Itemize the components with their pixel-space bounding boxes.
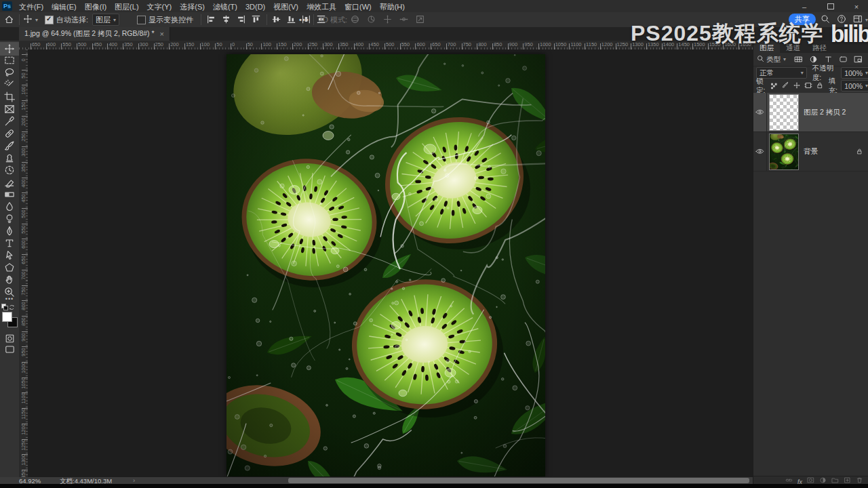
ruler-label-h: 150 bbox=[278, 41, 287, 47]
marquee-tool[interactable] bbox=[0, 54, 19, 66]
lock-position-icon[interactable] bbox=[793, 81, 801, 91]
ruler-tick bbox=[92, 43, 93, 49]
smart-object-filter-icon[interactable] bbox=[852, 55, 863, 64]
ruler-label-h: 250 bbox=[309, 41, 318, 47]
ruler-label-h: 550 bbox=[62, 41, 71, 47]
move-tool[interactable] bbox=[0, 42, 19, 56]
menu-item-4[interactable]: 图层(L) bbox=[111, 1, 142, 13]
ruler-tick bbox=[354, 43, 355, 49]
horizontal-ruler[interactable]: 6506005505004504003503002502001501005005… bbox=[19, 41, 753, 50]
current-tool-icon[interactable]: ▾ bbox=[23, 12, 38, 27]
path-selection-tool[interactable] bbox=[0, 249, 19, 262]
blur-tool[interactable] bbox=[0, 201, 19, 213]
status-expand-arrow[interactable]: › bbox=[133, 476, 135, 484]
align-middle-icon[interactable] bbox=[271, 14, 281, 26]
vertical-ruler[interactable]: 0501001502002503003504004505005506006507… bbox=[19, 49, 28, 479]
menu-item-2[interactable]: 编辑(E) bbox=[47, 1, 81, 13]
ruler-label-v: 1000 bbox=[20, 362, 26, 374]
panel-tab-1[interactable]: 图层 bbox=[753, 41, 780, 54]
menu-item-7[interactable]: 滤镜(T) bbox=[209, 1, 241, 13]
layer-visibility-eye-icon[interactable] bbox=[753, 132, 767, 171]
layer-filter-dropdown[interactable]: 类型 bbox=[766, 55, 781, 64]
help-icon[interactable] bbox=[837, 12, 846, 27]
lock-paint-icon[interactable] bbox=[781, 81, 789, 91]
lock-transparent-icon[interactable] bbox=[770, 81, 778, 91]
shape-filter-icon[interactable] bbox=[837, 55, 848, 64]
layer-thumbnail[interactable] bbox=[770, 134, 798, 169]
layer-visibility-eye-icon[interactable] bbox=[753, 93, 767, 131]
crop-tool[interactable] bbox=[0, 91, 19, 103]
align-bottom-icon[interactable] bbox=[286, 14, 296, 26]
menu-item-1[interactable]: 文件(F) bbox=[15, 1, 47, 13]
align-center-h-icon[interactable] bbox=[221, 14, 231, 26]
checkbox-checked-icon[interactable] bbox=[45, 16, 54, 24]
spot-healing-tool[interactable] bbox=[0, 127, 19, 140]
hand-tool[interactable] bbox=[0, 274, 19, 286]
auto-select-checkbox[interactable]: 自动选择: bbox=[45, 12, 88, 27]
ruler-tick bbox=[569, 43, 570, 49]
more-options-button[interactable]: ••• bbox=[299, 12, 309, 27]
tab-close-icon[interactable]: × bbox=[160, 30, 164, 38]
photoshop-app-icon[interactable]: Ps bbox=[2, 1, 12, 11]
layers-panel: 图层通道路径 类型 ▾ 正常▾ 不透明度: 100%▾ 锁定: 填充: 100%… bbox=[753, 41, 868, 484]
restore-button[interactable] bbox=[819, 1, 842, 12]
frame-tool[interactable] bbox=[0, 103, 19, 115]
type-tool[interactable] bbox=[0, 237, 19, 249]
default-colors-icon[interactable] bbox=[1, 304, 7, 310]
share-button[interactable]: 共享 bbox=[789, 14, 816, 25]
menu-item-5[interactable]: 文字(Y) bbox=[143, 1, 176, 13]
align-left-icon[interactable] bbox=[206, 14, 216, 26]
close-button[interactable]: × bbox=[845, 1, 868, 12]
document-tab[interactable]: 1.jpg @ 64.9% (图层 2 拷贝 2, RGB/8#) * × bbox=[19, 27, 170, 41]
ruler-label-h: 200 bbox=[170, 41, 179, 47]
horizontal-scrollbar[interactable] bbox=[288, 478, 749, 483]
align-top-icon[interactable] bbox=[251, 14, 261, 26]
shape-tool[interactable] bbox=[0, 262, 19, 274]
lock-artboard-icon[interactable] bbox=[804, 81, 812, 91]
align-right-icon[interactable] bbox=[236, 14, 246, 26]
checkbox-unchecked-icon[interactable] bbox=[137, 16, 146, 24]
lasso-tool[interactable] bbox=[0, 66, 19, 79]
canvas-area[interactable] bbox=[28, 49, 753, 479]
gradient-tool[interactable] bbox=[0, 188, 19, 201]
clone-stamp-tool[interactable] bbox=[0, 152, 19, 164]
home-button[interactable] bbox=[4, 12, 14, 27]
history-brush-tool[interactable] bbox=[0, 164, 19, 176]
show-transform-checkbox[interactable]: 显示变换控件 bbox=[137, 12, 193, 27]
brush-tool[interactable] bbox=[0, 140, 19, 152]
ruler-label-h: 1250 bbox=[617, 41, 629, 47]
panel-tab-2[interactable]: 通道 bbox=[780, 41, 806, 54]
ruler-tick bbox=[323, 43, 323, 49]
minimize-button[interactable]: – bbox=[793, 1, 816, 12]
menu-item-8[interactable]: 3D(D) bbox=[241, 1, 269, 13]
color-swatches bbox=[2, 312, 18, 329]
foreground-color-swatch[interactable] bbox=[2, 312, 12, 322]
menu-item-10[interactable]: 增效工具 bbox=[302, 1, 340, 13]
lock-icon[interactable] bbox=[816, 81, 824, 91]
pen-tool[interactable] bbox=[0, 225, 19, 237]
layer-thumbnail[interactable] bbox=[770, 95, 798, 130]
layer-row-2[interactable]: 背景 bbox=[753, 132, 868, 171]
adjustment-filter-icon[interactable] bbox=[808, 55, 818, 64]
auto-select-target-dropdown[interactable]: 图层▾ bbox=[92, 12, 119, 27]
menu-item-11[interactable]: 窗口(W) bbox=[340, 1, 376, 13]
menu-item-6[interactable]: 选择(S) bbox=[176, 1, 209, 13]
opacity-value[interactable]: 100%▾ bbox=[841, 67, 868, 79]
eyedropper-tool[interactable] bbox=[0, 115, 19, 127]
fill-value[interactable]: 100%▾ bbox=[841, 80, 868, 92]
workspace-icon[interactable]: ▾ bbox=[853, 12, 868, 27]
menu-item-3[interactable]: 图像(I) bbox=[81, 1, 111, 13]
screen-mode-button[interactable] bbox=[0, 343, 19, 355]
menu-item-12[interactable]: 帮助(H) bbox=[376, 1, 409, 13]
panel-tab-3[interactable]: 路径 bbox=[806, 41, 833, 54]
dodge-tool[interactable] bbox=[0, 213, 19, 225]
type-filter-icon[interactable] bbox=[823, 55, 833, 64]
layer-row-1[interactable]: 图层 2 拷贝 2 bbox=[753, 93, 868, 132]
menu-item-9[interactable]: 视图(V) bbox=[269, 1, 302, 13]
pixel-filter-icon[interactable] bbox=[793, 55, 804, 64]
eraser-tool[interactable] bbox=[0, 176, 19, 188]
magic-wand-tool[interactable] bbox=[0, 79, 19, 91]
ruler-label-h: 650 bbox=[432, 41, 441, 47]
search-icon[interactable] bbox=[821, 12, 830, 27]
ruler-tick bbox=[246, 43, 247, 49]
